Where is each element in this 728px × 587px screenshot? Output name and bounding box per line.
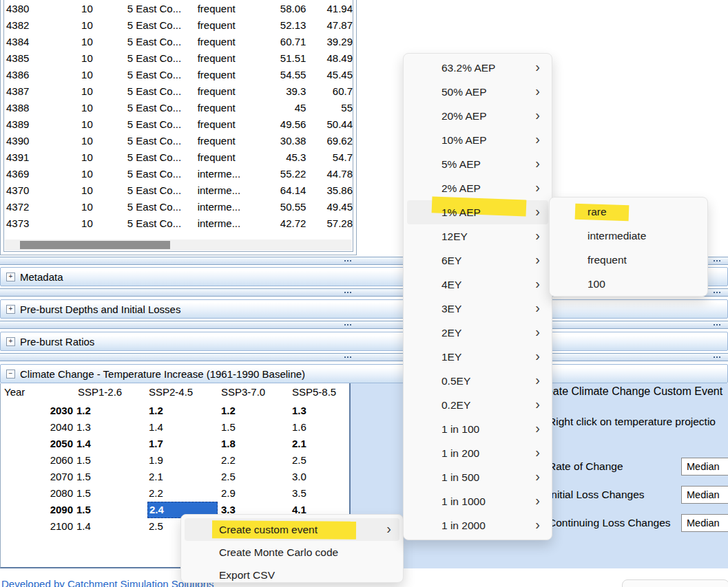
climate-cell[interactable]: 1.4 xyxy=(76,438,142,449)
climate-row[interactable]: 20301.21.21.21.3 xyxy=(1,403,349,419)
expander-preburst-ratios[interactable]: + Pre-burst Ratios xyxy=(0,332,728,351)
aep-menu-item[interactable]: 63.2% AEP› xyxy=(407,56,548,80)
climate-cell[interactable]: 3.5 xyxy=(292,487,351,499)
climate-cell[interactable]: 1.2 xyxy=(221,405,287,416)
climate-cell[interactable]: 1.5 xyxy=(76,454,142,466)
context-menu-item[interactable]: Export CSV xyxy=(185,564,399,583)
climate-cell[interactable]: 1.3 xyxy=(292,405,351,416)
climate-cell[interactable]: 1.5 xyxy=(76,504,142,515)
aep-menu-item[interactable]: 1 in 200› xyxy=(407,441,548,465)
table-cell: 60.71 xyxy=(256,36,306,47)
aep-menu-item[interactable]: 2% AEP› xyxy=(407,176,548,200)
table-row[interactable]: 4387105 East Co...frequent39.360.7 xyxy=(4,83,353,99)
climate-row[interactable]: 20401.31.41.51.6 xyxy=(1,419,349,436)
climate-cell[interactable]: 2.5 xyxy=(292,454,351,466)
table-row[interactable]: 4382105 East Co...frequent52.1347.87 xyxy=(4,17,353,33)
table-row[interactable]: 4391105 East Co...frequent45.354.7 xyxy=(4,149,353,165)
aep-menu-item[interactable]: 3EY› xyxy=(407,297,548,321)
aep-menu-item[interactable]: 1 in 1000› xyxy=(407,489,548,513)
collapse-minus-icon[interactable]: − xyxy=(6,370,15,378)
table-cell: 10 xyxy=(81,201,127,213)
table-row[interactable]: 4386105 East Co...frequent54.5545.45 xyxy=(4,66,353,83)
aep-rarity-item[interactable]: 100 xyxy=(553,272,704,296)
climate-row[interactable]: 20801.52.22.93.5 xyxy=(1,485,349,502)
climate-cell[interactable]: 2.1 xyxy=(292,438,351,449)
table-row[interactable]: 4384105 East Co...frequent60.7139.29 xyxy=(4,33,353,50)
table-row[interactable]: 4388105 East Co...frequent4555 xyxy=(4,99,353,116)
climate-cell[interactable]: 1.4 xyxy=(76,520,142,532)
expander-label: Pre-burst Ratios xyxy=(20,336,94,348)
aep-menu-item[interactable]: 20% AEP› xyxy=(407,104,548,128)
horizontal-scrollbar[interactable] xyxy=(5,239,352,250)
climate-cell[interactable]: 1.2 xyxy=(76,405,142,416)
table-cell: 44.78 xyxy=(306,168,353,180)
expander-climate-change[interactable]: − Climate Change - Temperature Increase … xyxy=(0,364,728,383)
climate-cell[interactable]: 2.2 xyxy=(221,454,287,466)
table-row[interactable]: 4390105 East Co...frequent30.3869.62 xyxy=(4,132,353,149)
aep-menu-item[interactable]: 6EY› xyxy=(407,248,548,273)
table-row[interactable]: 4385105 East Co...frequent51.5148.49 xyxy=(4,50,353,66)
table-row[interactable]: 4370105 East Co...interme...64.1435.86 xyxy=(4,182,353,198)
aep-menu-item[interactable]: 10% AEP› xyxy=(407,128,548,152)
table-row[interactable]: 4389105 East Co...frequent49.5650.44 xyxy=(4,116,353,132)
climate-cell[interactable]: 1.4 xyxy=(149,421,214,433)
table-cell: frequent xyxy=(198,151,257,163)
aep-menu-item[interactable]: 5% AEP› xyxy=(407,152,548,176)
climate-cell[interactable]: 1.6 xyxy=(292,421,351,433)
table-cell: 10 xyxy=(81,151,127,163)
menu-item-label: 63.2% AEP xyxy=(441,62,495,74)
aep-menu-item[interactable]: 1 in 2000› xyxy=(407,513,548,537)
aep-menu-item[interactable]: 50% AEP› xyxy=(407,80,548,104)
expand-plus-icon[interactable]: + xyxy=(6,273,15,281)
aep-rarity-item[interactable]: intermediate xyxy=(553,224,704,248)
climate-row[interactable]: 20701.52.12.53.0 xyxy=(1,469,349,485)
aep-menu-item[interactable]: 1 in 100› xyxy=(407,417,548,441)
climate-cell[interactable]: 1.3 xyxy=(76,421,142,433)
table-row[interactable]: 4380105 East Co...frequent58.0641.94 xyxy=(4,0,353,17)
splitter-bar[interactable] xyxy=(0,321,728,329)
aep-rarity-item[interactable]: frequent xyxy=(553,248,704,272)
footer-button[interactable] xyxy=(622,579,728,587)
expand-plus-icon[interactable]: + xyxy=(6,337,15,346)
aep-menu-item[interactable]: 2EY› xyxy=(407,321,548,345)
menu-item-label: 1EY xyxy=(441,351,461,363)
table-cell: 42.72 xyxy=(256,217,306,229)
aep-menu-item[interactable]: 0.5EY› xyxy=(407,369,548,393)
submenu-chevron-icon: › xyxy=(535,156,540,171)
table-cell: 54.7 xyxy=(306,151,353,163)
climate-cell[interactable]: 1.8 xyxy=(221,438,287,449)
climate-cell[interactable]: 1.9 xyxy=(149,454,214,466)
climate-cell[interactable]: 1.5 xyxy=(221,421,287,433)
climate-cell[interactable]: 1.2 xyxy=(149,405,214,416)
rate-of-change-select[interactable]: Median xyxy=(681,458,728,476)
climate-cell[interactable]: 2.9 xyxy=(221,487,287,499)
climate-cell[interactable]: 1.5 xyxy=(76,471,142,482)
table-cell: 55.22 xyxy=(256,168,306,180)
initial-loss-changes-select[interactable]: Median xyxy=(681,486,728,504)
continuing-loss-changes-select[interactable]: Median xyxy=(681,514,728,532)
climate-cell[interactable]: 3.0 xyxy=(292,471,351,482)
aep-menu-item[interactable]: 1EY› xyxy=(407,345,548,369)
splitter-bar[interactable] xyxy=(0,353,728,361)
aep-menu-item[interactable]: 12EY› xyxy=(407,224,548,248)
climate-cell[interactable]: 1.5 xyxy=(76,487,142,499)
context-menu-item[interactable]: Create Monte Carlo code xyxy=(185,541,399,564)
results-table[interactable]: 4380105 East Co...frequent58.0641.944382… xyxy=(3,0,353,252)
grip-dots-icon xyxy=(714,324,715,325)
expand-plus-icon[interactable]: + xyxy=(6,305,15,314)
menu-item-label: 20% AEP xyxy=(441,110,487,122)
aep-menu-item[interactable]: 1 in 500› xyxy=(407,465,548,489)
table-row[interactable]: 4372105 East Co...interme...50.5549.45 xyxy=(4,198,353,215)
climate-row[interactable]: 20601.51.92.22.5 xyxy=(1,452,349,469)
climate-cell[interactable]: 2.2 xyxy=(149,487,214,499)
climate-cell[interactable]: 2.5 xyxy=(221,471,287,482)
expander-preburst-depths[interactable]: + Pre-burst Depths and Initial Losses xyxy=(0,299,728,319)
scrollbar-thumb[interactable] xyxy=(20,241,170,249)
climate-row[interactable]: 20501.41.71.82.1 xyxy=(1,436,349,452)
climate-cell[interactable]: 1.7 xyxy=(149,438,214,449)
climate-cell[interactable]: 2.1 xyxy=(149,471,214,482)
table-row[interactable]: 4369105 East Co...interme...55.2244.78 xyxy=(4,165,353,182)
aep-menu-item[interactable]: 0.2EY› xyxy=(407,393,548,417)
table-row[interactable]: 4373105 East Co...interme...42.7257.28 xyxy=(4,215,353,231)
aep-menu-item[interactable]: 4EY› xyxy=(407,273,548,297)
